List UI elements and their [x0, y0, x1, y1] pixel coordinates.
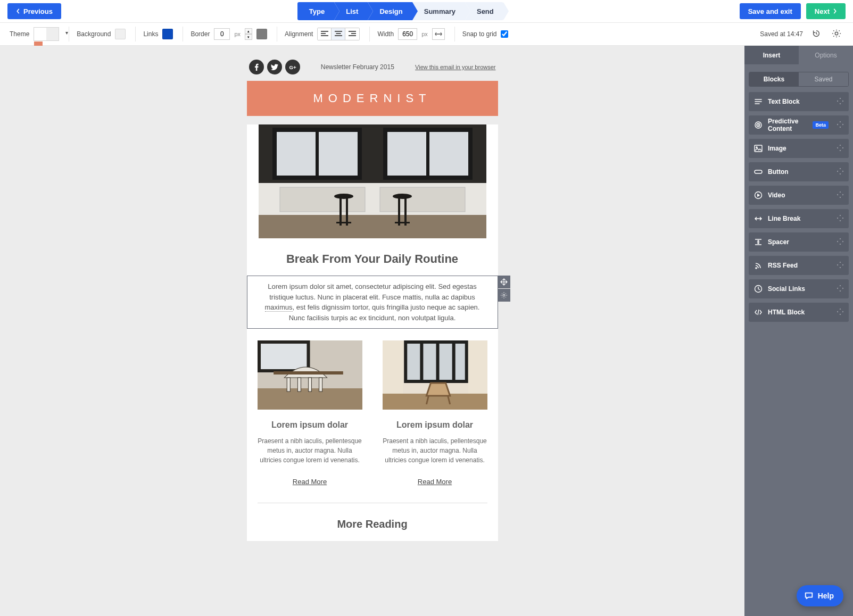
step-type[interactable]: Type — [297, 2, 334, 20]
links-swatch[interactable] — [162, 29, 173, 39]
column-1-image[interactable] — [258, 340, 362, 410]
border-color-swatch[interactable] — [256, 29, 267, 39]
align-left-button[interactable] — [318, 28, 332, 40]
block-button[interactable]: Button — [749, 162, 849, 181]
border-step-down[interactable]: ▾ — [245, 34, 252, 40]
border-step-up[interactable]: ▴ — [245, 28, 252, 34]
svg-rect-27 — [287, 378, 290, 392]
selected-text-block[interactable]: Lorem ipsum dolor sit amet, consectetur … — [247, 276, 498, 329]
expand-horizontal-icon — [435, 31, 442, 37]
block-predictive[interactable]: Predictive Content Beta — [749, 115, 849, 135]
border-stepper: ▴ ▾ — [245, 28, 252, 40]
image-icon — [754, 144, 763, 153]
next-button[interactable]: Next — [806, 3, 846, 19]
more-reading-heading: More Reading — [247, 518, 498, 530]
newsletter-title: Newsletter February 2015 — [300, 63, 416, 71]
save-and-exit-button[interactable]: Save and exit — [740, 3, 801, 19]
width-input[interactable] — [398, 28, 417, 40]
svg-rect-12 — [380, 187, 465, 212]
chevron-right-icon — [833, 9, 837, 14]
body-paragraph: Lorem ipsum dolor sit amet, consectetur … — [257, 281, 488, 323]
history-button[interactable] — [809, 27, 823, 42]
facebook-icon[interactable] — [249, 60, 264, 74]
text-icon — [754, 97, 763, 106]
twitter-icon[interactable] — [267, 60, 282, 74]
block-rss[interactable]: RSS Feed — [749, 256, 849, 275]
align-right-button[interactable] — [345, 28, 359, 40]
social-icon — [754, 285, 763, 293]
block-text[interactable]: Text Block — [749, 92, 849, 111]
column-1-readmore-link[interactable]: Read More — [293, 478, 327, 486]
step-design[interactable]: Design — [368, 2, 412, 20]
drag-icon — [837, 238, 843, 246]
tab-insert[interactable]: Insert — [744, 46, 799, 64]
help-label: Help — [818, 592, 834, 600]
tab-options[interactable]: Options — [799, 46, 853, 64]
settings-button[interactable] — [830, 27, 843, 42]
sidebar: Insert Options Blocks Saved Text Block P… — [744, 46, 853, 616]
drag-icon — [837, 168, 843, 176]
column-2-readmore-link[interactable]: Read More — [418, 478, 452, 486]
svg-point-47 — [756, 147, 758, 148]
drag-icon — [837, 285, 843, 293]
svg-rect-19 — [398, 196, 400, 226]
svg-rect-46 — [755, 145, 762, 152]
border-width-input[interactable] — [214, 28, 230, 40]
column-1-body: Praesent a nibh iaculis, pellentesque me… — [258, 436, 362, 465]
svg-rect-38 — [383, 340, 403, 399]
wizard-steps: Type List Design Summary Send — [297, 2, 503, 20]
svg-text:G+: G+ — [289, 64, 296, 70]
gear-icon — [832, 29, 841, 38]
subtab-blocks[interactable]: Blocks — [749, 72, 799, 86]
view-in-browser-link[interactable]: View this email in your browser — [415, 64, 495, 70]
block-social[interactable]: Social Links — [749, 279, 849, 298]
svg-rect-15 — [339, 196, 342, 226]
beta-badge: Beta — [813, 121, 829, 129]
block-image[interactable]: Image — [749, 139, 849, 158]
email-preview: G+ Newsletter February 2015 View this em… — [247, 60, 498, 595]
width-label: Width — [377, 30, 394, 38]
previous-label: Previous — [23, 7, 53, 15]
step-summary[interactable]: Summary — [412, 2, 465, 20]
drag-icon — [837, 309, 843, 317]
background-swatch[interactable] — [115, 29, 126, 39]
next-label: Next — [815, 7, 830, 15]
svg-rect-30 — [319, 378, 322, 392]
snap-to-grid-checkbox[interactable] — [501, 30, 508, 38]
main-heading: Break From Your Daily Routine — [247, 252, 498, 266]
column-2-image[interactable] — [383, 340, 487, 410]
theme-label: Theme — [10, 30, 29, 38]
column-2-title: Lorem ipsum dolar — [383, 420, 487, 430]
step-send[interactable]: Send — [465, 2, 503, 20]
svg-rect-11 — [280, 187, 365, 212]
svg-rect-29 — [308, 378, 311, 392]
gear-icon — [500, 292, 508, 299]
block-video[interactable]: Video — [749, 186, 849, 205]
block-settings-button[interactable] — [498, 289, 510, 302]
width-unit: px — [421, 31, 428, 37]
block-linebreak[interactable]: Line Break — [749, 209, 849, 228]
block-html[interactable]: HTML Block — [749, 303, 849, 322]
svg-rect-21 — [395, 222, 410, 223]
saved-at-text: Saved at 14:47 — [760, 30, 803, 38]
subtab-saved[interactable]: Saved — [799, 72, 848, 86]
theme-swatch[interactable]: ▾ — [34, 27, 59, 41]
drag-icon — [837, 121, 843, 129]
align-center-button[interactable] — [332, 28, 345, 40]
previous-button[interactable]: Previous — [7, 3, 61, 19]
width-expand-button[interactable] — [432, 28, 445, 40]
canvas[interactable]: G+ Newsletter February 2015 View this em… — [0, 46, 744, 616]
column-2: Lorem ipsum dolar Praesent a nibh iaculi… — [383, 340, 487, 486]
svg-rect-37 — [455, 344, 465, 380]
block-move-button[interactable] — [498, 276, 510, 288]
drag-icon — [837, 262, 843, 270]
svg-rect-34 — [407, 344, 420, 380]
hero-image[interactable] — [259, 124, 486, 238]
googleplus-icon[interactable]: G+ — [285, 60, 300, 74]
svg-rect-17 — [336, 222, 351, 223]
help-widget[interactable]: Help — [797, 585, 843, 606]
border-label: Border — [191, 30, 210, 38]
block-spacer[interactable]: Spacer — [749, 232, 849, 252]
svg-rect-48 — [755, 170, 762, 173]
border-unit: px — [234, 31, 241, 37]
